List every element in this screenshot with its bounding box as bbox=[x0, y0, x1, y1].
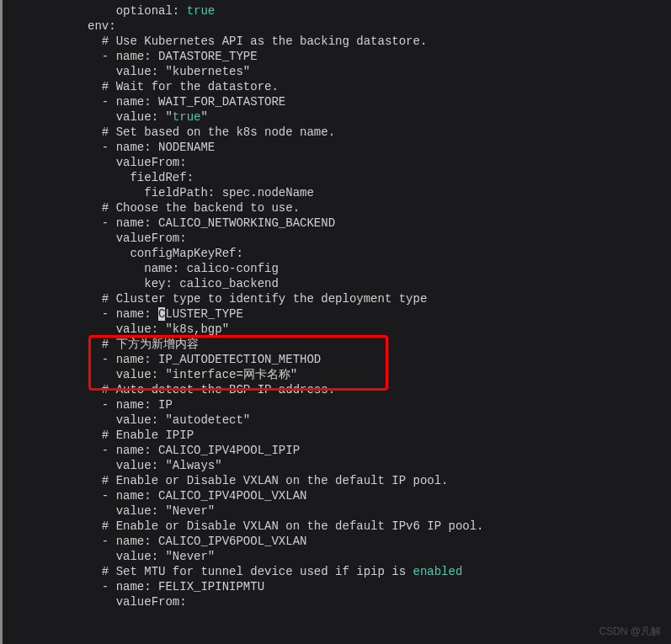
code-segment: # Auto-detect the BGP IP address. bbox=[102, 383, 335, 397]
code-segment: valueFrom: bbox=[116, 595, 187, 609]
code-line: - name: FELIX_IPINIPMTU bbox=[0, 579, 671, 594]
code-segment: # 下方为新增内容 bbox=[102, 338, 199, 351]
code-line: - name: CALICO_IPV6POOL_VXLAN bbox=[0, 534, 671, 549]
code-segment: # Set based on the k8s node name. bbox=[102, 125, 335, 139]
code-segment: optional: bbox=[116, 4, 180, 18]
code-segment: key: calico_backend bbox=[144, 277, 279, 290]
code-line: - name: DATASTORE_TYPE bbox=[0, 49, 671, 64]
code-line: - name: IP_AUTODETECTION_METHOD bbox=[0, 352, 671, 367]
code-line: # Use Kubernetes API as the backing data… bbox=[0, 34, 671, 49]
code-segment: value: " bbox=[116, 110, 173, 124]
code-line: # Choose the backend to use. bbox=[0, 200, 671, 216]
code-segment: true bbox=[187, 4, 216, 18]
code-line: - name: CALICO_IPV4POOL_VXLAN bbox=[0, 488, 671, 503]
code-line: - name: CALICO_IPV4POOL_IPIP bbox=[0, 443, 671, 458]
code-segment: value: "kubernetes" bbox=[116, 65, 251, 78]
code-line: - name: NODENAME bbox=[0, 140, 671, 155]
code-line: # Enable or Disable VXLAN on the default… bbox=[0, 519, 671, 534]
code-segment bbox=[179, 4, 186, 18]
code-segment: - name: FELIX_IPINIPMTU bbox=[102, 580, 264, 593]
code-segment: # Cluster type to identify the deploymen… bbox=[102, 292, 427, 306]
code-segment: enabled bbox=[413, 565, 463, 578]
code-segment: - name: CALICO_IPV6POOL_VXLAN bbox=[102, 535, 307, 548]
code-line: # Set MTU for tunnel device used if ipip… bbox=[0, 564, 671, 579]
code-segment: - name: CALICO_IPV4POOL_IPIP bbox=[102, 444, 300, 457]
code-segment: value: "autodetect" bbox=[116, 413, 251, 427]
code-line: value: "interface=网卡名称" bbox=[0, 367, 671, 382]
code-line: # Set based on the k8s node name. bbox=[0, 125, 671, 140]
watermark-text: CSDN @凡解 bbox=[599, 624, 661, 639]
code-line: - name: CALICO_NETWORKING_BACKEND bbox=[0, 216, 671, 231]
code-segment: # Enable or Disable VXLAN on the default… bbox=[102, 519, 484, 533]
code-segment: - name: IP bbox=[102, 398, 173, 412]
code-segment: value: "interface=网卡名称" bbox=[116, 368, 298, 381]
code-segment: # Use Kubernetes API as the backing data… bbox=[102, 35, 427, 48]
code-line: value: "k8s,bgp" bbox=[0, 322, 671, 337]
code-segment: # Enable IPIP bbox=[102, 428, 194, 442]
code-segment: configMapKeyRef: bbox=[130, 247, 242, 260]
code-line: fieldRef: bbox=[0, 170, 671, 185]
code-segment: fieldRef: bbox=[130, 171, 194, 184]
code-line: # Auto-detect the BGP IP address. bbox=[0, 382, 671, 397]
code-line: fieldPath: spec.nodeName bbox=[0, 185, 671, 200]
code-segment: valueFrom: bbox=[116, 156, 187, 169]
code-segment: - name: CALICO_IPV4POOL_VXLAN bbox=[102, 489, 307, 503]
code-line: - name: CLUSTER_TYPE bbox=[0, 306, 671, 322]
code-segment: fieldPath: spec.nodeName bbox=[144, 186, 314, 200]
code-line: value: "Never" bbox=[0, 549, 671, 564]
code-line: value: "Always" bbox=[0, 458, 671, 473]
code-segment: value: "Always" bbox=[116, 459, 222, 472]
code-segment: name: calico-config bbox=[144, 262, 279, 275]
code-segment: " bbox=[200, 110, 207, 124]
code-line: key: calico_backend bbox=[0, 276, 671, 291]
code-segment: value: "Never" bbox=[116, 550, 216, 563]
code-line: # 下方为新增内容 bbox=[0, 337, 671, 352]
code-segment: env: bbox=[88, 19, 116, 33]
code-segment: true bbox=[173, 110, 201, 124]
code-line: configMapKeyRef: bbox=[0, 246, 671, 261]
code-line: valueFrom: bbox=[0, 594, 671, 609]
code-segment: # Enable or Disable VXLAN on the default… bbox=[102, 474, 449, 487]
code-segment: - name: IP_AUTODETECTION_METHOD bbox=[102, 353, 321, 366]
code-line: name: calico-config bbox=[0, 261, 671, 276]
code-line: env: bbox=[0, 19, 671, 34]
code-line: optional: true bbox=[0, 3, 671, 19]
code-segment: LUSTER_TYPE bbox=[165, 307, 242, 321]
code-line: value: "true" bbox=[0, 109, 671, 125]
code-segment: value: "k8s,bgp" bbox=[116, 322, 229, 336]
code-segment: value: "Never" bbox=[116, 504, 216, 518]
code-segment: # Set MTU for tunnel device used if ipip… bbox=[102, 565, 413, 578]
code-segment: - name: CALICO_NETWORKING_BACKEND bbox=[102, 216, 335, 230]
code-line: value: "kubernetes" bbox=[0, 64, 671, 79]
code-segment: - name: WAIT_FOR_DATASTORE bbox=[102, 95, 285, 109]
code-line: value: "Never" bbox=[0, 503, 671, 519]
code-segment: - name: bbox=[102, 307, 158, 321]
code-segment: - name: DATASTORE_TYPE bbox=[102, 50, 258, 63]
code-line: # Enable or Disable VXLAN on the default… bbox=[0, 473, 671, 488]
code-segment: # Choose the backend to use. bbox=[102, 201, 300, 215]
code-line: # Wait for the datastore. bbox=[0, 79, 671, 94]
code-line: valueFrom: bbox=[0, 155, 671, 170]
code-block: optional: true env: # Use Kubernetes API… bbox=[0, 0, 671, 609]
code-segment: valueFrom: bbox=[116, 232, 187, 245]
code-line: - name: WAIT_FOR_DATASTORE bbox=[0, 94, 671, 109]
code-line: - name: IP bbox=[0, 397, 671, 412]
code-line: # Cluster type to identify the deploymen… bbox=[0, 291, 671, 306]
code-line: # Enable IPIP bbox=[0, 428, 671, 443]
code-segment: # Wait for the datastore. bbox=[102, 80, 279, 93]
code-line: valueFrom: bbox=[0, 231, 671, 246]
code-line: value: "autodetect" bbox=[0, 412, 671, 428]
code-segment: - name: NODENAME bbox=[102, 141, 215, 154]
